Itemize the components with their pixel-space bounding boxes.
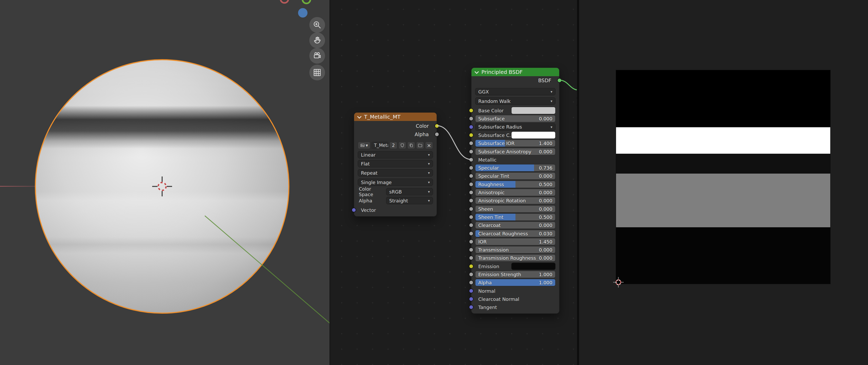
- slider-value: 0.736: [539, 165, 552, 171]
- image-texture-node-header[interactable]: T_Metallic_MT: [354, 112, 437, 121]
- slider-ior[interactable]: IOR1.450: [475, 238, 556, 245]
- slider-subsurface[interactable]: Subsurface0.000: [475, 115, 556, 122]
- projection-dropdown[interactable]: Flat ▾: [358, 160, 433, 167]
- socket-sheen-tint-input[interactable]: [469, 215, 473, 220]
- extension-value: Repeat: [361, 170, 377, 176]
- socket-metallic-input[interactable]: [469, 157, 473, 162]
- slider-sheen-tint[interactable]: Sheen Tint0.500: [475, 213, 556, 221]
- slider-subsurface-anisotropy[interactable]: Subsurface Anisotropy0.000: [475, 148, 556, 155]
- open-image-button[interactable]: [416, 142, 424, 149]
- color-swatch-emission[interactable]: [511, 263, 556, 270]
- slider-sheen[interactable]: Sheen0.000: [475, 205, 556, 212]
- principled-bsdf-node[interactable]: Principled BSDF BSDF GGX ▾ Random Walk ▾…: [471, 68, 559, 314]
- slider-subsurface-ior[interactable]: Subsurface IOR1.400: [475, 139, 556, 147]
- socket-clearcoat-input[interactable]: [469, 223, 473, 228]
- editor-divider[interactable]: [577, 0, 579, 365]
- chevron-down-icon[interactable]: [357, 113, 362, 120]
- dropdown-subsurface-radius[interactable]: Subsurface Radius▾: [475, 123, 556, 131]
- socket-specular-input[interactable]: [469, 165, 473, 170]
- chevron-down-icon[interactable]: [474, 69, 479, 75]
- slider-value: 0.000: [539, 223, 552, 228]
- gizmo-axis-blue[interactable]: [298, 8, 308, 18]
- socket-subsurface-input[interactable]: [469, 116, 473, 121]
- pan-hand-icon: [312, 36, 322, 45]
- slider-transmission[interactable]: Transmission0.000: [475, 246, 556, 254]
- gizmo-axis-green[interactable]: [302, 0, 311, 4]
- bsdf-row-transmission: Transmission0.000: [475, 246, 556, 254]
- subsurface-method-dropdown[interactable]: Random Walk ▾: [475, 97, 556, 105]
- color-swatch-base-color[interactable]: [511, 107, 556, 114]
- socket-subsurface-ior-input[interactable]: [469, 141, 473, 145]
- principled-bsdf-node-header[interactable]: Principled BSDF: [471, 68, 559, 76]
- shader-editor[interactable]: T_Metallic_MT Color Alpha ▾ T_Metal... 2: [330, 0, 578, 365]
- socket-clearcoat-normal-input[interactable]: [469, 297, 473, 301]
- slider-anisotropic[interactable]: Anisotropic0.000: [475, 189, 556, 196]
- slider-value: 1.400: [539, 141, 552, 146]
- slider-clearcoat-roughness[interactable]: Clearcoat Roughness0.030: [475, 230, 556, 237]
- slider-clearcoat[interactable]: Clearcoat0.000: [475, 222, 556, 229]
- texture-band-1: [616, 70, 830, 127]
- socket-alpha-input[interactable]: [469, 280, 473, 285]
- slider-alpha[interactable]: Alpha1.000: [475, 279, 556, 286]
- socket-vector-input[interactable]: [351, 208, 356, 212]
- slider-specular-tint[interactable]: Specular Tint0.000: [475, 172, 556, 179]
- socket-subsurface-anisotropy-input[interactable]: [469, 149, 473, 154]
- extension-dropdown[interactable]: Repeat ▾: [358, 169, 433, 176]
- slider-transmission-roughness[interactable]: Transmission Roughness0.000: [475, 254, 556, 262]
- socket-subsurface-c-input[interactable]: [469, 133, 473, 137]
- node-title: Principled BSDF: [482, 69, 523, 75]
- image-editor[interactable]: [579, 0, 868, 365]
- wire-bsdf-to-output: [559, 80, 578, 90]
- interpolation-dropdown[interactable]: Linear ▾: [358, 151, 433, 158]
- socket-sheen-input[interactable]: [469, 207, 473, 211]
- socket-emission-input[interactable]: [469, 264, 473, 269]
- duplicate-image-button[interactable]: [407, 142, 415, 149]
- socket-clearcoat-roughness-input[interactable]: [469, 231, 473, 236]
- output-label-alpha: Alpha: [414, 131, 429, 138]
- socket-ior-input[interactable]: [469, 239, 473, 244]
- users-count-button[interactable]: 2: [390, 142, 397, 149]
- slider-value: 0.000: [539, 173, 552, 179]
- sphere-object[interactable]: [35, 59, 289, 314]
- fake-user-button[interactable]: [398, 142, 406, 149]
- distribution-dropdown[interactable]: GGX ▾: [475, 88, 556, 95]
- slider-roughness[interactable]: Roughness0.500: [475, 181, 556, 188]
- image-name-field[interactable]: T_Metal...: [371, 142, 389, 149]
- socket-base-color-input[interactable]: [469, 108, 473, 113]
- socket-roughness-input[interactable]: [469, 182, 473, 187]
- source-dropdown[interactable]: Single Image ▾: [358, 178, 433, 186]
- socket-anisotropic-rotation-input[interactable]: [469, 198, 473, 203]
- image-browse-button[interactable]: ▾: [358, 142, 370, 149]
- grid-ortho-button[interactable]: [309, 65, 325, 80]
- image-texture-node[interactable]: T_Metallic_MT Color Alpha ▾ T_Metal... 2: [354, 112, 437, 217]
- socket-subsurface-radius-input[interactable]: [469, 125, 473, 129]
- color-swatch-subsurface-c[interactable]: [511, 131, 556, 139]
- alpha-mode-value: Straight: [389, 198, 408, 203]
- socket-normal-input[interactable]: [469, 289, 473, 293]
- socket-tangent-input[interactable]: [469, 305, 473, 309]
- socket-alpha-output[interactable]: [435, 132, 439, 137]
- input-label: Normal: [478, 288, 495, 294]
- slider-value: 0.500: [539, 214, 552, 220]
- slider-emission-strength[interactable]: Emission Strength1.000: [475, 271, 556, 278]
- socket-transmission-roughness-input[interactable]: [469, 256, 473, 260]
- viewport-3d[interactable]: [0, 0, 330, 365]
- slider-specular[interactable]: Specular0.736: [475, 164, 556, 171]
- alpha-mode-dropdown[interactable]: Straight ▾: [386, 197, 433, 204]
- pan-button[interactable]: [309, 32, 325, 48]
- bsdf-row-subsurface: Subsurface0.000: [475, 115, 556, 122]
- bsdf-row-transmission-roughness: Transmission Roughness0.000: [475, 254, 556, 262]
- color-space-dropdown[interactable]: sRGB ▾: [386, 188, 433, 195]
- gizmo-axis-red[interactable]: [280, 0, 289, 4]
- zoom-button[interactable]: [309, 17, 325, 33]
- socket-anisotropic-input[interactable]: [469, 190, 473, 195]
- socket-specular-tint-input[interactable]: [469, 174, 473, 178]
- slider-value: 0.000: [539, 116, 552, 122]
- socket-emission-strength-input[interactable]: [469, 272, 473, 277]
- camera-view-button[interactable]: [309, 48, 325, 64]
- socket-bsdf-output[interactable]: [557, 78, 562, 83]
- socket-color-output[interactable]: [435, 124, 439, 128]
- slider-anisotropic-rotation[interactable]: Anisotropic Rotation0.000: [475, 197, 556, 204]
- unlink-image-button[interactable]: ×: [425, 142, 433, 149]
- socket-transmission-input[interactable]: [469, 247, 473, 252]
